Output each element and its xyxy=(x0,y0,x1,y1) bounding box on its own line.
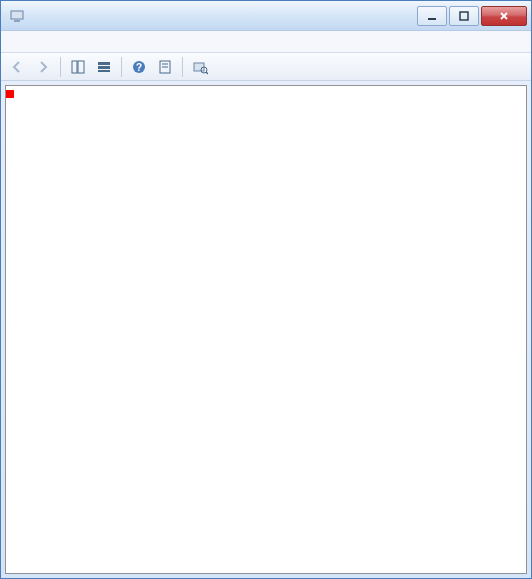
toolbar-separator xyxy=(121,57,122,77)
scan-hardware-button[interactable] xyxy=(188,56,212,78)
toolbar-separator xyxy=(182,57,183,77)
show-hide-tree-button[interactable] xyxy=(66,56,90,78)
svg-rect-5 xyxy=(78,61,84,73)
help-button[interactable]: ? xyxy=(127,56,151,78)
menu-view[interactable] xyxy=(37,40,53,44)
menubar xyxy=(1,31,531,53)
svg-rect-6 xyxy=(98,62,110,65)
svg-rect-2 xyxy=(428,18,436,20)
svg-rect-4 xyxy=(72,61,77,73)
forward-button[interactable] xyxy=(31,56,55,78)
svg-rect-1 xyxy=(14,20,20,22)
tree-pane[interactable] xyxy=(5,85,527,574)
app-icon xyxy=(9,8,25,24)
svg-rect-8 xyxy=(98,70,110,72)
window-controls xyxy=(417,6,527,26)
titlebar xyxy=(1,1,531,31)
close-button[interactable] xyxy=(481,6,527,26)
menu-action[interactable] xyxy=(21,40,37,44)
device-manager-window: ? xyxy=(0,0,532,579)
back-button[interactable] xyxy=(5,56,29,78)
highlight-annotation xyxy=(6,90,14,98)
menu-file[interactable] xyxy=(5,40,21,44)
svg-rect-7 xyxy=(98,66,110,69)
svg-line-16 xyxy=(206,72,208,74)
properties-button[interactable] xyxy=(153,56,177,78)
svg-rect-0 xyxy=(11,11,23,19)
svg-rect-3 xyxy=(460,12,468,20)
maximize-button[interactable] xyxy=(449,6,479,26)
minimize-button[interactable] xyxy=(417,6,447,26)
toolbar-separator xyxy=(60,57,61,77)
menu-help[interactable] xyxy=(53,40,69,44)
toolbar: ? xyxy=(1,53,531,81)
svg-text:?: ? xyxy=(136,62,142,73)
view-button[interactable] xyxy=(92,56,116,78)
